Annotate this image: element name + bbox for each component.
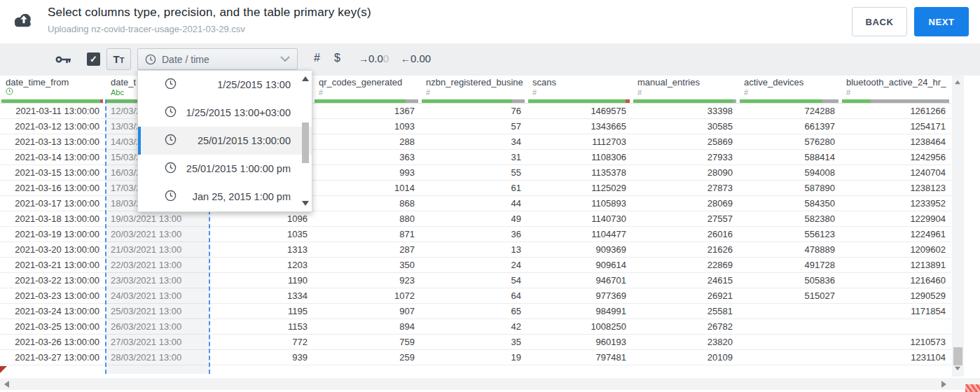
table-cell: 21/03/2021 13:00 — [105, 242, 210, 257]
table-cell: 57 — [420, 119, 527, 134]
table-cell: 1135378 — [527, 165, 632, 180]
text-type-button[interactable]: TT — [106, 48, 131, 70]
clock-icon — [165, 134, 177, 148]
table-row: 2021-03-27 13:00:0028/03/2021 13:0093925… — [0, 350, 951, 365]
table-row: 2021-03-18 13:00:0019/03/2021 13:0010968… — [0, 211, 951, 227]
table-cell: 33398 — [632, 104, 738, 118]
include-column-checkbox[interactable]: ✓ — [87, 52, 100, 66]
table-cell: 1240704 — [841, 165, 951, 180]
datetime-format-select[interactable]: Date / time — [137, 48, 298, 70]
scroll-left-icon[interactable] — [4, 381, 9, 388]
quality-bar-segment — [100, 99, 103, 103]
table-cell: 505836 — [738, 273, 841, 288]
clock-icon — [165, 78, 177, 92]
horizontal-scrollbar[interactable] — [0, 378, 980, 390]
table-cell: 661397 — [738, 119, 841, 134]
scroll-right-icon[interactable] — [941, 381, 946, 388]
quality-bar-segment — [528, 99, 626, 103]
column-name: manual_entries — [637, 77, 738, 88]
table-cell: 28069 — [632, 196, 738, 211]
vertical-scrollbar[interactable] — [952, 76, 964, 377]
table-cell: 491728 — [738, 258, 841, 272]
clock-icon — [145, 54, 156, 65]
currency-type-button[interactable]: $ — [334, 52, 340, 64]
decrease-decimals-button[interactable]: ←0.00 — [401, 52, 431, 64]
table-cell: 61 — [420, 181, 527, 195]
next-button[interactable]: NEXT — [914, 7, 969, 36]
table-cell: 26016 — [632, 227, 738, 241]
table-cell: 1209602 — [841, 242, 951, 257]
table-cell: 960193 — [527, 335, 632, 349]
column-header-active_devices[interactable]: active_devices# — [738, 76, 841, 104]
back-button[interactable]: BACK — [852, 7, 907, 36]
table-cell: 2021-03-27 13:00:00 — [0, 350, 105, 365]
dropdown-scrollbar-thumb[interactable] — [302, 122, 309, 163]
table-cell: 1238464 — [841, 134, 951, 149]
scroll-down-icon[interactable] — [955, 367, 960, 371]
table-cell: 1093 — [313, 119, 420, 134]
table-cell: 1242956 — [841, 150, 951, 164]
table-cell: 909614 — [527, 258, 632, 272]
table-cell: 724288 — [738, 104, 841, 118]
column-quality-bar — [740, 99, 838, 103]
table-row: 2021-03-19 13:00:0020/03/2021 13:0010358… — [0, 227, 951, 242]
column-header-date_time_from[interactable]: date_time_from — [0, 76, 105, 104]
column-name: scans — [532, 77, 632, 88]
table-cell: 582380 — [738, 211, 841, 226]
table-cell: 27873 — [632, 181, 738, 195]
table-cell: 1195 — [210, 304, 313, 318]
datetime-format-dropdown: 1/25/2015 13:001/25/2015 13:00+03:0025/0… — [137, 70, 312, 212]
column-type-label: # — [846, 88, 951, 97]
scroll-down-icon[interactable] — [302, 201, 309, 206]
table-cell: 907 — [313, 304, 420, 318]
table-cell: 26782 — [632, 319, 738, 334]
dropdown-option[interactable]: Jan 25, 2015 1:00 pm — [138, 183, 312, 211]
table-cell: 1104477 — [527, 227, 632, 241]
dropdown-scrollbar[interactable] — [301, 72, 310, 210]
dropdown-option[interactable]: 25/01/2015 13:00:00 — [138, 127, 312, 155]
column-header-qr_codes_generated[interactable]: qr_codes_generated# — [313, 76, 420, 104]
table-cell: 2021-03-24 13:00:00 — [0, 304, 105, 318]
table-cell: 576280 — [738, 134, 841, 149]
table-cell: 880 — [313, 211, 420, 226]
table-cell: 1233952 — [841, 196, 951, 211]
dropdown-option[interactable]: 1/25/2015 13:00+03:00 — [138, 99, 312, 127]
column-quality-bar — [422, 99, 525, 103]
increase-decimals-button[interactable]: →0.00 — [359, 52, 389, 64]
column-header-bluetooth_active_24_hr_[interactable]: bluetooth_active_24_hr_# — [841, 76, 951, 104]
quality-bar-segment — [512, 99, 525, 103]
primary-key-icon[interactable] — [55, 55, 71, 64]
corner-resize-marker — [965, 384, 980, 392]
table-cell: 2021-03-13 13:00:00 — [0, 134, 105, 149]
table-cell — [841, 319, 951, 334]
column-header-nzbn_registered_busine[interactable]: nzbn_registered_busine# — [420, 76, 527, 104]
table-cell: 923 — [313, 273, 420, 288]
table-cell: 515027 — [738, 288, 841, 303]
table-cell: 21626 — [632, 242, 738, 257]
scroll-up-icon[interactable] — [302, 76, 309, 81]
vertical-scrollbar-thumb[interactable] — [953, 347, 962, 365]
quality-bar-segment — [822, 99, 838, 103]
table-cell: 65 — [420, 304, 527, 318]
scroll-up-icon[interactable] — [955, 80, 960, 85]
dropdown-option[interactable]: 1/25/2015 13:00 — [138, 71, 312, 99]
column-header-manual_entries[interactable]: manual_entries# — [632, 76, 738, 104]
table-cell: 1367 — [313, 104, 420, 118]
table-cell: 1238123 — [841, 181, 951, 195]
table-cell: 1035 — [210, 227, 313, 241]
table-cell: 25581 — [632, 304, 738, 318]
dropdown-option[interactable]: 25/01/2015 1:00:00 pm — [138, 155, 312, 183]
column-header-scans[interactable]: scans# — [527, 76, 632, 104]
table-cell: 19/03/2021 13:00 — [105, 211, 210, 226]
column-quality-bar — [633, 99, 736, 103]
quality-bar-segment — [842, 99, 871, 103]
page-title: Select columns type, precision, and the … — [48, 6, 371, 20]
clock-icon — [165, 162, 177, 176]
table-cell: 25/03/2021 13:00 — [105, 304, 210, 318]
table-row: 2021-03-24 13:00:0025/03/2021 13:0011959… — [0, 304, 951, 319]
clock-icon — [165, 106, 177, 120]
upload-wizard-window: Select columns type, precision, and the … — [0, 0, 980, 392]
page-header: Select columns type, precision, and the … — [0, 0, 980, 43]
table-cell: 1343665 — [527, 119, 632, 134]
numeric-type-button[interactable]: # — [314, 52, 320, 64]
